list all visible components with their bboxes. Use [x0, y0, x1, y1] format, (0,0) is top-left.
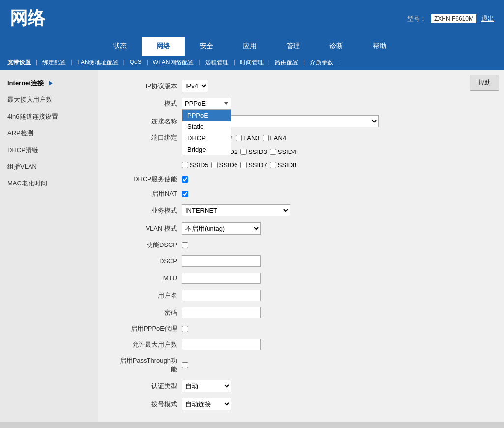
- top-banner: 网络 型号： ZXHN F6610M 退出: [0, 0, 504, 37]
- port-ssid3[interactable]: SSID3: [240, 148, 267, 155]
- port-ssid8[interactable]: SSID8: [270, 161, 296, 169]
- mode-selected-value: PPPoE: [185, 100, 206, 107]
- checkbox-ssid5[interactable]: [182, 162, 188, 168]
- subnav-bind[interactable]: 绑定配置: [40, 59, 68, 67]
- pppoe-proxy-label: 启用PPPoE代理: [118, 324, 182, 333]
- top-bar-right: 型号： ZXHN F6610M 退出: [407, 14, 494, 23]
- password-label: 密码: [118, 308, 182, 317]
- username-row: 用户名: [118, 290, 445, 301]
- sidebar: Internet连接 最大接入用户数 4in6隧道连接设置 ARP检测 DHCP…: [0, 70, 98, 422]
- sidebar-item-mac-aging[interactable]: MAC老化时间: [0, 175, 98, 192]
- port-ssid5[interactable]: SSID5: [182, 161, 208, 169]
- checkbox-lan4[interactable]: [263, 135, 269, 141]
- vlan-mode-select[interactable]: 不启用(untag): [182, 222, 261, 235]
- sidebar-item-arp[interactable]: ARP检测: [0, 125, 98, 142]
- content-area: IP协议版本 IPv4 IPv6 模式 PPPoE: [98, 70, 465, 422]
- tab-application[interactable]: 应用: [228, 37, 271, 56]
- mode-select-display[interactable]: PPPoE: [182, 98, 231, 109]
- main-layout: Internet连接 最大接入用户数 4in6隧道连接设置 ARP检测 DHCP…: [0, 70, 504, 422]
- checkbox-ssid8[interactable]: [270, 162, 276, 168]
- checkbox-ssid6[interactable]: [211, 162, 218, 168]
- conn-name-label: 连接名称: [118, 117, 182, 126]
- port-bind-label: 端口绑定: [118, 133, 182, 142]
- enable-nat-checkbox[interactable]: [182, 191, 188, 197]
- mode-option-bridge[interactable]: Bridge: [182, 144, 231, 155]
- conn-name-row: 连接名称: [118, 115, 445, 127]
- auth-type-label: 认证类型: [118, 382, 182, 391]
- mtu-row: MTU 1480: [118, 273, 445, 284]
- tab-management[interactable]: 管理: [271, 37, 315, 56]
- ip-protocol-row: IP协议版本 IPv4 IPv6: [118, 80, 445, 92]
- tab-network[interactable]: 网络: [142, 37, 185, 56]
- mode-label: 模式: [118, 99, 182, 108]
- sidebar-item-dhcp-chain[interactable]: DHCP清链: [0, 142, 98, 158]
- logo-text: 网络: [10, 8, 45, 28]
- dhcp-service-row: DHCP服务使能: [118, 175, 445, 183]
- enable-dscp-row: 使能DSCP: [118, 241, 445, 249]
- dhcp-service-checkbox[interactable]: [182, 176, 188, 183]
- sidebar-item-multicast-vlan[interactable]: 组播VLAN: [0, 158, 98, 175]
- subnav-broadband[interactable]: 宽带设置: [5, 59, 33, 67]
- port-lan4[interactable]: LAN4: [263, 134, 287, 142]
- model-value: ZXHN F6610M: [431, 14, 476, 23]
- dial-mode-row: 拨号模式 自动连接: [118, 398, 445, 410]
- biz-mode-select[interactable]: INTERNET: [182, 204, 290, 216]
- checkbox-ssid4[interactable]: [270, 149, 276, 155]
- enable-dscp-checkbox[interactable]: [182, 242, 188, 248]
- content-with-help: IP协议版本 IPv4 IPv6 模式 PPPoE: [98, 70, 504, 422]
- sidebar-label-arp: ARP检测: [7, 129, 33, 138]
- mode-option-dhcp[interactable]: DHCP: [182, 132, 231, 144]
- tab-security[interactable]: 安全: [185, 37, 228, 56]
- mode-dropdown-arrow: [224, 102, 228, 105]
- tab-status[interactable]: 状态: [98, 37, 142, 56]
- tab-help[interactable]: 帮助: [358, 37, 401, 56]
- sidebar-item-internet[interactable]: Internet连接: [0, 75, 98, 92]
- port-ssid6[interactable]: SSID6: [211, 161, 238, 169]
- checkbox-lan3[interactable]: [236, 135, 242, 141]
- help-button[interactable]: 帮助: [470, 75, 499, 91]
- subnav-media[interactable]: 介质参数: [307, 59, 336, 67]
- checkbox-ssid3[interactable]: [240, 149, 247, 155]
- subnav-qos[interactable]: QoS: [127, 59, 144, 67]
- auth-type-select[interactable]: 自动 PAP CHAP: [182, 380, 231, 392]
- pppoe-proxy-row: 启用PPPoE代理: [118, 324, 445, 333]
- subnav-lan-addr[interactable]: LAN侧地址配置: [75, 59, 120, 67]
- sub-nav: 宽带设置 | 绑定配置 | LAN侧地址配置 | QoS | WLAN网络配置 …: [0, 56, 504, 70]
- subnav-remote[interactable]: 远程管理: [203, 59, 231, 67]
- port-ssid7[interactable]: SSID7: [240, 161, 267, 169]
- vlan-mode-row: VLAN 模式 不启用(untag): [118, 222, 445, 235]
- ip-protocol-select[interactable]: IPv4 IPv6: [182, 80, 208, 92]
- mode-select-wrapper: PPPoE PPPoE Static DHCP Bridge: [182, 98, 231, 109]
- dial-mode-select[interactable]: 自动连接: [182, 398, 231, 410]
- subnav-time[interactable]: 时间管理: [237, 59, 266, 67]
- arrow-icon: [49, 81, 53, 86]
- sidebar-label-multicast-vlan: 组播VLAN: [7, 162, 37, 171]
- max-users-input[interactable]: 4: [182, 339, 261, 350]
- page-wrapper: 网络 型号： ZXHN F6610M 退出 状态 网络 安全 应用 管理 诊断 …: [0, 0, 504, 428]
- port-ssid4[interactable]: SSID4: [270, 148, 296, 155]
- enable-nat-label: 启用NAT: [118, 189, 182, 198]
- tab-diagnosis[interactable]: 诊断: [315, 37, 358, 56]
- biz-mode-label: 业务模式: [118, 206, 182, 215]
- password-input[interactable]: [182, 307, 261, 318]
- mode-option-static[interactable]: Static: [182, 121, 231, 132]
- mode-option-pppoe[interactable]: PPPoE: [182, 110, 231, 121]
- dscp-input[interactable]: [182, 255, 261, 267]
- top-banner-left: 网络: [10, 6, 108, 31]
- port-lan3[interactable]: LAN3: [236, 134, 260, 142]
- username-input[interactable]: [182, 290, 261, 301]
- checkbox-ssid7[interactable]: [240, 162, 247, 168]
- pppoe-proxy-checkbox[interactable]: [182, 326, 188, 332]
- subnav-route[interactable]: 路由配置: [272, 59, 301, 67]
- password-row: 密码: [118, 307, 445, 318]
- mtu-input[interactable]: 1480: [182, 273, 261, 284]
- logout-button[interactable]: 退出: [481, 14, 494, 23]
- enable-nat-row: 启用NAT: [118, 189, 445, 198]
- sidebar-item-max-users[interactable]: 最大接入用户数: [0, 92, 98, 108]
- sidebar-label-internet: Internet连接: [7, 79, 44, 88]
- subnav-wlan[interactable]: WLAN网络配置: [150, 59, 196, 67]
- nav-tabs: 状态 网络 安全 应用 管理 诊断 帮助: [0, 37, 504, 56]
- mode-row: 模式 PPPoE PPPoE Static DHCP Bridge: [118, 98, 445, 109]
- passthrough-checkbox[interactable]: [182, 362, 188, 368]
- sidebar-item-4in6[interactable]: 4in6隧道连接设置: [0, 108, 98, 125]
